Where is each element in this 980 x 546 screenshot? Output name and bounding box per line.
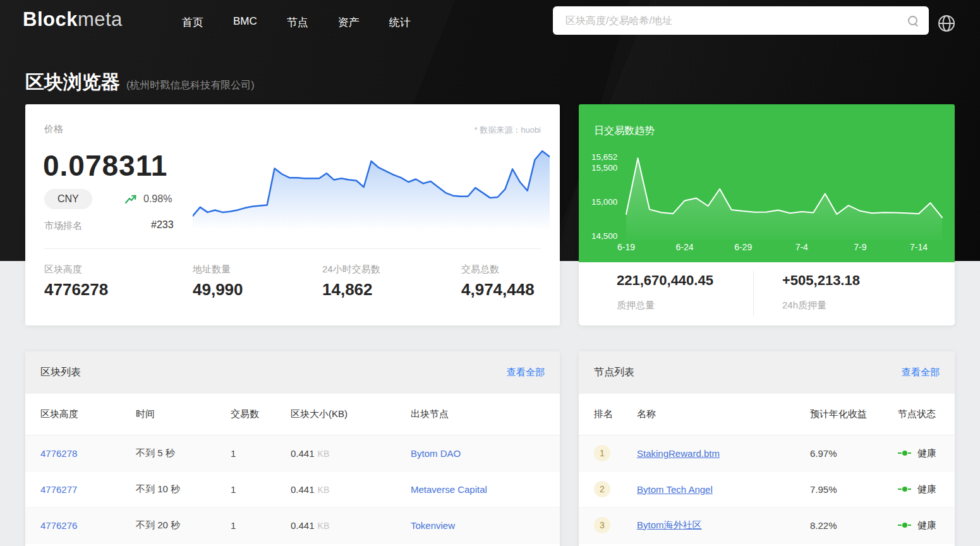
nav-item-assets[interactable]: 资产 <box>338 15 360 30</box>
x-tick-label: 6-24 <box>666 242 704 252</box>
staking-total-value: 221,670,440.45 <box>617 272 713 289</box>
app-logo[interactable]: Blockmeta <box>23 8 123 31</box>
logo-light: meta <box>78 8 123 30</box>
stat-label: 地址数量 <box>193 264 322 276</box>
stat-block-height: 区块高度4776278 <box>44 264 193 300</box>
block-height-link[interactable]: 4776278 <box>40 448 136 459</box>
block-size: 0.441KB <box>291 448 411 459</box>
node-table-header: 排名名称预计年化收益节点状态 <box>579 394 955 435</box>
search-box[interactable] <box>553 6 929 35</box>
nav-item-home[interactable]: 首页 <box>182 15 203 30</box>
price-change-value: 0.98% <box>143 193 172 205</box>
block-node-link[interactable]: Tokenview <box>411 520 545 531</box>
block-size-unit: KB <box>318 449 330 459</box>
node-table-row: 2Bytom Tech Angel7.95%健康 <box>579 471 955 507</box>
node-list-header: 节点列表 查看全部 <box>579 351 955 394</box>
node-status-text: 健康 <box>917 519 936 531</box>
node-name-link[interactable]: Bytom Tech Angel <box>637 484 810 495</box>
block-size: 0.441KB <box>291 484 411 495</box>
search-input[interactable] <box>566 15 907 27</box>
price-change: 0.98% <box>125 193 172 205</box>
divider <box>44 248 541 249</box>
block-tx-count: 1 <box>231 448 291 459</box>
page-subtitle: (杭州时戳信息科技有限公司) <box>126 80 255 90</box>
up-arrow-icon <box>125 195 137 204</box>
stat-tx-24h: 24小时交易数14,862 <box>322 264 461 300</box>
search-icon[interactable] <box>907 15 919 27</box>
daily-tx-trend-card: 日交易数趋势 221,670,440.45 质押总量 +505,213.18 2… <box>579 104 955 325</box>
price-value: 0.078311 <box>43 149 167 183</box>
block-height-link[interactable]: 4776277 <box>40 484 136 495</box>
staking-total: 221,670,440.45 质押总量 <box>617 272 713 312</box>
data-source-note: * 数据来源：huobi <box>475 124 541 136</box>
block-list-card: 区块列表 查看全部 区块高度时间交易数区块大小(KB)出块节点 4776278不… <box>25 351 560 546</box>
health-dot-icon <box>898 522 912 528</box>
stat-label: 24小时交易数 <box>322 264 461 276</box>
node-status: 健康 <box>898 447 940 459</box>
page-title-text: 区块浏览器 <box>25 71 120 92</box>
column-header: 交易数 <box>231 408 291 420</box>
health-dot-icon <box>898 486 912 492</box>
column-header: 排名 <box>594 408 637 420</box>
node-name-link[interactable]: Bytom海外社区 <box>637 519 810 531</box>
column-header: 区块高度 <box>40 408 136 420</box>
y-tick-label: 15,652 <box>591 152 632 162</box>
health-dot-icon <box>898 450 912 456</box>
block-size-unit: KB <box>318 485 330 495</box>
trend-title: 日交易数趋势 <box>594 124 655 138</box>
market-rank-label: 市场排名 <box>44 220 82 232</box>
node-status-text: 健康 <box>917 483 936 495</box>
stat-value: 4776278 <box>44 280 193 300</box>
price-stats-row: 区块高度4776278地址数量49,99024小时交易数14,862交易总数4,… <box>25 264 560 300</box>
x-tick-label: 6-19 <box>607 242 645 252</box>
main-nav: 首页BMC节点资产统计 <box>182 15 411 30</box>
globe-icon[interactable] <box>937 14 956 33</box>
stat-label: 区块高度 <box>44 264 193 276</box>
staking-total-label: 质押总量 <box>617 300 713 312</box>
market-rank-value: #233 <box>151 219 174 231</box>
nav-item-stats[interactable]: 统计 <box>389 15 411 30</box>
price-chart <box>193 147 550 231</box>
stat-value: 14,862 <box>322 280 461 300</box>
block-list-view-all-link[interactable]: 查看全部 <box>507 367 545 379</box>
block-node-link[interactable]: Bytom DAO <box>411 448 545 459</box>
node-rank-badge: 1 <box>594 445 610 461</box>
logo-bold: Block <box>23 8 78 30</box>
block-table-row: 4776278不到 5 秒10.441KBBytom DAO <box>25 435 560 471</box>
page-title: 区块浏览器(杭州时戳信息科技有限公司) <box>25 70 255 95</box>
node-rank-badge: 2 <box>594 481 610 497</box>
currency-toggle[interactable]: CNY <box>44 189 92 209</box>
x-tick-label: 7-9 <box>841 242 879 252</box>
node-table-row: 3Bytom海外社区8.22%健康 <box>579 507 955 543</box>
column-header: 名称 <box>637 408 810 420</box>
y-tick-label: 15,000 <box>591 197 632 207</box>
block-size: 0.441KB <box>291 520 411 531</box>
nav-item-nodes[interactable]: 节点 <box>287 15 308 30</box>
node-table-body: 1StakingReward.btm6.97%健康2Bytom Tech Ang… <box>579 435 955 543</box>
y-tick-label: 14,500 <box>591 231 632 241</box>
node-status: 健康 <box>898 483 940 495</box>
column-header: 时间 <box>136 408 231 420</box>
block-node-link[interactable]: Metaverse Capital <box>411 484 545 495</box>
node-rank-badge: 3 <box>594 517 610 533</box>
block-size-value: 0.441 <box>291 520 315 531</box>
node-name-link[interactable]: StakingReward.btm <box>637 448 810 459</box>
block-time: 不到 20 秒 <box>136 519 231 531</box>
y-tick-label: 15,500 <box>591 163 632 173</box>
block-table-row: 4776277不到 10 秒10.441KBMetaverse Capital <box>25 471 560 507</box>
node-list-view-all-link[interactable]: 查看全部 <box>902 367 940 379</box>
block-height-link[interactable]: 4776276 <box>40 520 136 531</box>
node-status-text: 健康 <box>917 447 936 459</box>
block-size-value: 0.441 <box>291 484 315 495</box>
stat-tx-total: 交易总数4,974,448 <box>461 264 560 300</box>
block-time: 不到 10 秒 <box>136 483 231 495</box>
staking-24h-value: +505,213.18 <box>782 272 860 289</box>
block-size-unit: KB <box>318 521 330 531</box>
x-tick-label: 7-4 <box>783 242 821 252</box>
nav-item-bmc[interactable]: BMC <box>233 15 257 30</box>
price-label: 价格 <box>44 123 63 135</box>
node-status: 健康 <box>898 519 940 531</box>
divider <box>753 271 754 315</box>
column-header: 节点状态 <box>898 408 940 420</box>
block-table-header: 区块高度时间交易数区块大小(KB)出块节点 <box>25 394 560 435</box>
